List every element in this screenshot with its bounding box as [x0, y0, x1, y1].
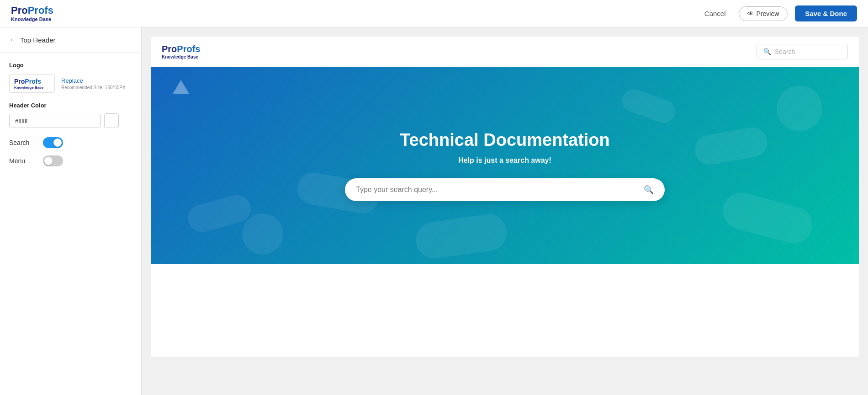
back-arrow-icon: ←: [9, 36, 16, 44]
color-swatch[interactable]: [104, 113, 119, 128]
search-toggle-label: Search: [9, 139, 37, 146]
sidebar-content: Logo ProProfs Knowledge Base Replace Rec…: [0, 53, 141, 183]
logo-section-label: Logo: [9, 62, 132, 69]
logo-size-recommendation: Recommended Size: 150*50PX: [61, 85, 126, 90]
preview-button[interactable]: 👁 Preview: [739, 6, 788, 21]
preview-logo-profs: Profs: [177, 44, 200, 54]
logo-profs: Profs: [28, 5, 53, 16]
preview-header: ProProfs Knowledge Base 🔍 Search: [151, 37, 859, 67]
hero-search-icon: 🔍: [644, 185, 654, 195]
menu-toggle[interactable]: [43, 155, 63, 166]
search-icon: 🔍: [763, 48, 771, 55]
sidebar-logo-tagline: Knowledge Base: [14, 85, 50, 90]
shape-5: [619, 86, 678, 126]
hero-title: Technical Documentation: [400, 130, 610, 150]
shape-2: [242, 214, 283, 255]
color-input-row: [9, 113, 132, 128]
main-layout: ← Top Header Logo ProProfs Knowledge Bas…: [0, 27, 868, 395]
logo-pro: Pro: [11, 5, 28, 16]
preview-area: ProProfs Knowledge Base 🔍 Search: [142, 27, 868, 395]
logo-replace-area: Replace Recommended Size: 150*50PX: [61, 77, 126, 90]
eye-icon: 👁: [747, 10, 754, 17]
search-toggle[interactable]: [43, 137, 63, 148]
app-logo: ProProfs Knowledge Base: [11, 5, 53, 21]
sidebar-logo-profs: Profs: [25, 78, 41, 85]
shape-6: [693, 125, 770, 167]
hero-subtitle: Help is just a search away!: [458, 156, 551, 165]
save-done-button[interactable]: Save & Done: [795, 5, 857, 21]
triangle-decoration: [173, 80, 189, 94]
preview-search-box[interactable]: 🔍 Search: [757, 44, 848, 59]
menu-toggle-label: Menu: [9, 157, 37, 165]
top-nav-actions: Cancel 👁 Preview Save & Done: [699, 5, 857, 21]
shape-7: [719, 188, 816, 247]
hero-search-bar[interactable]: 🔍: [345, 178, 665, 201]
hero-search-input[interactable]: [356, 186, 644, 194]
sidebar: ← Top Header Logo ProProfs Knowledge Bas…: [0, 27, 142, 395]
header-color-label: Header Color: [9, 102, 132, 109]
preview-frame: ProProfs Knowledge Base 🔍 Search: [151, 37, 859, 357]
header-color-input[interactable]: [9, 114, 101, 128]
search-toggle-row: Search: [9, 137, 132, 148]
sidebar-back-header[interactable]: ← Top Header: [0, 27, 141, 53]
replace-logo-link[interactable]: Replace: [61, 77, 126, 84]
shape-4: [413, 212, 509, 261]
logo-tagline: Knowledge Base: [11, 16, 53, 22]
preview-search-placeholder: Search: [775, 48, 795, 55]
preview-logo-tagline: Knowledge Base: [162, 54, 200, 59]
logo-preview-box: ProProfs Knowledge Base: [9, 74, 55, 93]
logo-preview-row: ProProfs Knowledge Base Replace Recommen…: [9, 74, 132, 93]
menu-toggle-row: Menu: [9, 155, 132, 166]
sidebar-section-title: Top Header: [20, 36, 56, 44]
hero-banner: Technical Documentation Help is just a s…: [151, 67, 859, 264]
shape-8: [777, 85, 822, 131]
sidebar-logo-pro: Pro: [14, 78, 25, 85]
preview-logo-pro: Pro: [162, 44, 177, 54]
preview-logo: ProProfs Knowledge Base: [162, 44, 200, 59]
cancel-button[interactable]: Cancel: [699, 6, 731, 21]
top-nav: ProProfs Knowledge Base Cancel 👁 Preview…: [0, 0, 868, 27]
